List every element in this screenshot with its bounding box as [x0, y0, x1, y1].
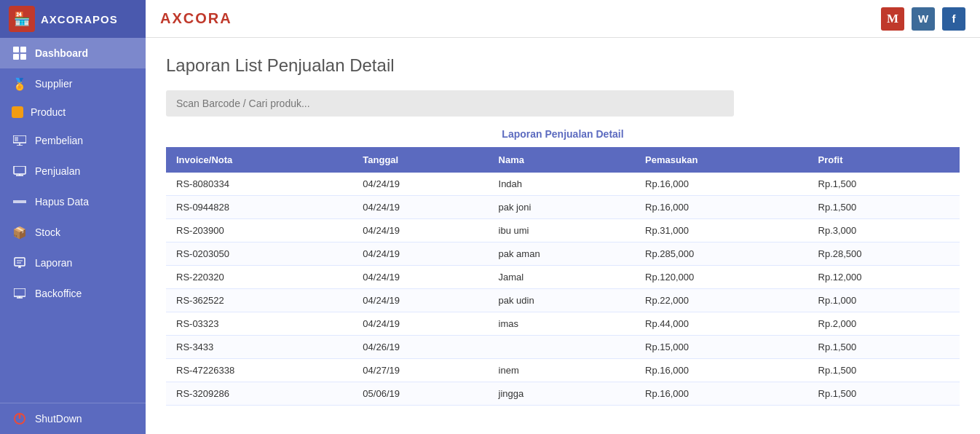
sidebar-label-supplier: Supplier — [35, 78, 72, 90]
svg-rect-5 — [15, 137, 18, 141]
gmail-button[interactable]: M — [881, 7, 904, 31]
dashboard-icon — [12, 45, 28, 61]
pembelian-icon — [12, 133, 28, 149]
cell-nama: pak aman — [489, 242, 636, 266]
sidebar-label-laporan: Laporan — [35, 257, 72, 269]
sidebar-item-shutdown[interactable]: ShutDown — [0, 403, 146, 434]
sidebar-label-pembelian: Pembelian — [35, 135, 83, 146]
cell-nama: inem — [489, 359, 636, 382]
cell-profit: Rp.1,500 — [808, 173, 960, 196]
sidebar-item-pembelian[interactable]: Pembelian — [0, 125, 146, 156]
col-tanggal: Tanggal — [352, 147, 488, 173]
svg-rect-8 — [14, 166, 25, 174]
search-input[interactable] — [166, 90, 734, 117]
table-body: RS-808033404/24/19IndahRp.16,000Rp.1,500… — [166, 173, 960, 406]
cell-tanggal: 04/24/19 — [352, 196, 488, 219]
sidebar-item-stock[interactable]: 📦 Stock — [0, 217, 146, 248]
cell-profit: Rp.28,500 — [808, 242, 960, 266]
sidebar-label-stock: Stock — [35, 226, 60, 238]
svg-rect-2 — [13, 54, 19, 60]
facebook-button[interactable]: f — [942, 7, 965, 31]
topbar-icons: M W f — [881, 7, 965, 31]
sidebar: 🏪 AXCORAPOS Dashboard 🏅 Supplier Product — [0, 0, 146, 434]
search-bar — [166, 90, 734, 117]
cell-tanggal: 04/24/19 — [352, 312, 488, 336]
sidebar-item-backoffice[interactable]: Backoffice — [0, 278, 146, 309]
cell-profit: Rp.12,000 — [808, 266, 960, 289]
cell-pemasukan: Rp.285,000 — [635, 242, 807, 266]
cell-pemasukan: Rp.31,000 — [635, 219, 807, 242]
table-row: RS-094482804/24/19pak joniRp.16,000Rp.1,… — [166, 196, 960, 219]
sidebar-label-hapus-data: Hapus Data — [35, 196, 89, 208]
cell-invoice: RS-47226338 — [166, 359, 352, 382]
sidebar-item-dashboard[interactable]: Dashboard — [0, 38, 146, 68]
cell-profit: Rp.1,000 — [808, 289, 960, 312]
cell-profit: Rp.2,000 — [808, 312, 960, 336]
table-header-row: Invoice/Nota Tanggal Nama Pemasukan Prof… — [166, 147, 960, 173]
cell-tanggal: 04/24/19 — [352, 266, 488, 289]
cell-pemasukan: Rp.16,000 — [635, 196, 807, 219]
svg-rect-11 — [13, 200, 26, 203]
sidebar-item-penjualan[interactable]: Penjualan — [0, 156, 146, 186]
svg-rect-3 — [20, 54, 26, 60]
table-row: RS-808033404/24/19IndahRp.16,000Rp.1,500 — [166, 173, 960, 196]
cell-tanggal: 04/27/19 — [352, 359, 488, 382]
laporan-icon — [12, 255, 28, 271]
cell-pemasukan: Rp.16,000 — [635, 173, 807, 196]
cell-profit: Rp.1,500 — [808, 196, 960, 219]
cell-nama: ibu umi — [489, 219, 636, 242]
hapus-icon — [12, 194, 28, 210]
wordpress-button[interactable]: W — [912, 7, 935, 31]
penjualan-icon — [12, 163, 28, 179]
sidebar-item-product[interactable]: Product — [0, 99, 146, 125]
content-area: Laporan List Penjualan Detail Laporan Pe… — [146, 38, 980, 434]
cell-profit: Rp.1,500 — [808, 336, 960, 359]
sidebar-logo-icon: 🏪 — [9, 6, 35, 32]
sidebar-item-laporan[interactable]: Laporan — [0, 248, 146, 278]
sidebar-item-hapus-data[interactable]: Hapus Data — [0, 186, 146, 217]
topbar-logo-text: AXCORA — [160, 10, 232, 26]
cell-nama: pak udin — [489, 289, 636, 312]
page-title: Laporan List Penjualan Detail — [166, 55, 960, 76]
col-invoice: Invoice/Nota — [166, 147, 352, 173]
backoffice-icon — [12, 285, 28, 301]
cell-invoice: RS-3209286 — [166, 382, 352, 406]
svg-rect-17 — [14, 288, 25, 296]
cell-invoice: RS-203900 — [166, 219, 352, 242]
sidebar-label-penjualan: Penjualan — [35, 165, 80, 177]
cell-nama: jingga — [489, 382, 636, 406]
cell-tanggal: 05/06/19 — [352, 382, 488, 406]
cell-pemasukan: Rp.16,000 — [635, 359, 807, 382]
cell-pemasukan: Rp.15,000 — [635, 336, 807, 359]
table-row: RS-343304/26/19Rp.15,000Rp.1,500 — [166, 336, 960, 359]
cell-pemasukan: Rp.16,000 — [635, 382, 807, 406]
table-container: Invoice/Nota Tanggal Nama Pemasukan Prof… — [166, 147, 960, 406]
table-row: RS-36252204/24/19pak udinRp.22,000Rp.1,0… — [166, 289, 960, 312]
sales-table: Invoice/Nota Tanggal Nama Pemasukan Prof… — [166, 147, 960, 406]
cell-tanggal: 04/24/19 — [352, 242, 488, 266]
cell-invoice: RS-362522 — [166, 289, 352, 312]
topbar: AXCORA M W f — [146, 0, 980, 38]
cell-tanggal: 04/24/19 — [352, 219, 488, 242]
table-row: RS-0332304/24/19imasRp.44,000Rp.2,000 — [166, 312, 960, 336]
sidebar-item-supplier[interactable]: 🏅 Supplier — [0, 68, 146, 99]
table-row: RS-20390004/24/19ibu umiRp.31,000Rp.3,00… — [166, 219, 960, 242]
cell-invoice: RS-0203050 — [166, 242, 352, 266]
cell-nama: pak joni — [489, 196, 636, 219]
col-pemasukan: Pemasukan — [635, 147, 807, 173]
cell-nama — [489, 336, 636, 359]
cell-pemasukan: Rp.120,000 — [635, 266, 807, 289]
cell-invoice: RS-220320 — [166, 266, 352, 289]
sidebar-label-dashboard: Dashboard — [35, 47, 88, 59]
table-row: RS-320928605/06/19jinggaRp.16,000Rp.1,50… — [166, 382, 960, 406]
cell-nama: imas — [489, 312, 636, 336]
table-row: RS-020305004/24/19pak amanRp.285,000Rp.2… — [166, 242, 960, 266]
svg-rect-0 — [13, 47, 19, 52]
main-content: AXCORA M W f Laporan List Penjualan Deta… — [146, 0, 980, 434]
cell-invoice: RS-8080334 — [166, 173, 352, 196]
supplier-icon: 🏅 — [12, 76, 28, 92]
cell-profit: Rp.1,500 — [808, 382, 960, 406]
svg-rect-12 — [15, 258, 25, 266]
cell-nama: Indah — [489, 173, 636, 196]
svg-rect-1 — [20, 47, 26, 52]
